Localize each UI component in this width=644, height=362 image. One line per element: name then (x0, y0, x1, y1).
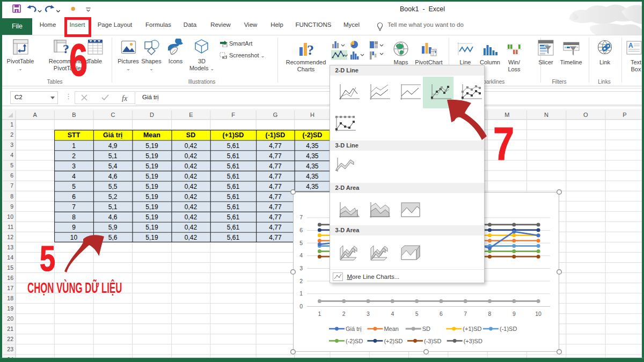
svg-text:5,61: 5,61 (227, 224, 240, 231)
svg-text:7: 7 (299, 214, 303, 220)
svg-text:0,42: 0,42 (185, 183, 197, 190)
svg-text:5: 5 (415, 311, 419, 317)
svg-text:6: 6 (299, 227, 303, 233)
svg-text:4,6: 4,6 (108, 213, 118, 221)
svg-text:0,42: 0,42 (185, 213, 197, 221)
svg-text:23: 23 (7, 346, 13, 352)
svg-text:5,19: 5,19 (146, 173, 159, 180)
svg-text:0,42: 0,42 (185, 203, 197, 211)
svg-text:1: 1 (72, 142, 76, 149)
svg-text:4,77: 4,77 (269, 193, 282, 201)
svg-text:4,77: 4,77 (269, 142, 282, 149)
svg-text:5,61: 5,61 (227, 234, 240, 241)
svg-text:Mean: Mean (143, 131, 160, 139)
svg-text:0,42: 0,42 (185, 142, 197, 149)
svg-text:4,35: 4,35 (306, 152, 319, 159)
svg-text:4,77: 4,77 (269, 224, 282, 231)
svg-text:5,61: 5,61 (227, 203, 240, 211)
svg-text:0,42: 0,42 (185, 224, 197, 231)
svg-text:4,77: 4,77 (269, 183, 282, 190)
svg-text:16: 16 (7, 275, 13, 281)
svg-text:4: 4 (72, 173, 76, 180)
svg-text:5,2: 5,2 (108, 193, 118, 201)
svg-text:(-3)SD: (-3)SD (424, 338, 441, 344)
svg-text:2: 2 (342, 311, 346, 317)
svg-text:STT: STT (68, 131, 80, 139)
svg-text:11: 11 (8, 224, 13, 230)
svg-text:?: ? (307, 42, 314, 57)
svg-text:5,19: 5,19 (146, 193, 159, 201)
svg-text:5,5: 5,5 (108, 183, 118, 190)
svg-text:5,19: 5,19 (146, 142, 159, 149)
svg-text:H: H (310, 112, 314, 118)
svg-text:A: A (628, 42, 633, 49)
svg-text:4,9: 4,9 (108, 142, 118, 149)
svg-text:5,61: 5,61 (227, 193, 240, 201)
svg-text:13: 13 (7, 244, 13, 250)
svg-text:0,42: 0,42 (185, 152, 197, 159)
svg-text:C: C (111, 112, 115, 118)
svg-text:(+1)SD: (+1)SD (463, 326, 481, 332)
svg-text:8: 8 (72, 213, 76, 221)
svg-text:5: 5 (10, 162, 13, 168)
svg-text:17: 17 (7, 285, 13, 291)
svg-text:21: 21 (7, 326, 13, 332)
svg-text:2: 2 (72, 152, 76, 159)
svg-text:5,61: 5,61 (227, 183, 240, 190)
svg-text:8: 8 (488, 311, 492, 317)
svg-text:4: 4 (299, 252, 303, 258)
svg-text:4: 4 (391, 311, 394, 317)
svg-text:4,77: 4,77 (269, 234, 282, 241)
svg-text:A: A (33, 112, 37, 118)
svg-text:5,19: 5,19 (146, 183, 159, 190)
svg-text:7: 7 (10, 182, 13, 189)
svg-text:4,77: 4,77 (269, 203, 282, 211)
svg-text:5,1: 5,1 (108, 203, 118, 211)
svg-text:5,9: 5,9 (108, 224, 118, 231)
svg-text:10: 10 (535, 311, 541, 317)
svg-text:9: 9 (10, 203, 13, 210)
svg-text:4,77: 4,77 (269, 162, 282, 170)
svg-text:18: 18 (7, 295, 13, 301)
svg-text:0,42: 0,42 (185, 173, 197, 180)
svg-text:9: 9 (513, 311, 516, 317)
svg-text:3: 3 (299, 265, 303, 271)
svg-text:4,6: 4,6 (108, 173, 118, 180)
svg-text:3: 3 (10, 142, 13, 148)
svg-text:2: 2 (299, 278, 303, 284)
svg-text:O: O (583, 112, 588, 118)
svg-text:F: F (231, 112, 235, 118)
svg-text:1: 1 (318, 311, 321, 317)
svg-text:SD: SD (186, 131, 195, 139)
svg-text:5,19: 5,19 (146, 203, 159, 211)
svg-text:6: 6 (440, 311, 443, 317)
svg-text:22: 22 (7, 336, 13, 342)
svg-text:10: 10 (7, 213, 13, 220)
svg-text:B: B (72, 112, 76, 118)
svg-text:1: 1 (10, 121, 13, 128)
svg-text:5,61: 5,61 (227, 152, 240, 159)
svg-text:Mean: Mean (384, 326, 399, 332)
svg-text:12: 12 (7, 234, 13, 240)
svg-text:5,19: 5,19 (146, 152, 159, 159)
svg-text:4,77: 4,77 (269, 173, 282, 180)
svg-text:4,77: 4,77 (269, 152, 282, 159)
svg-text:5,61: 5,61 (227, 173, 240, 180)
svg-text:(+3)SD: (+3)SD (464, 338, 482, 344)
svg-text:5,19: 5,19 (146, 224, 159, 231)
svg-text:2: 2 (10, 131, 13, 138)
svg-text:5,19: 5,19 (146, 234, 159, 241)
svg-text:4,35: 4,35 (306, 142, 319, 149)
svg-text:3: 3 (367, 311, 370, 317)
svg-text:(+2)SD: (+2)SD (384, 338, 402, 344)
svg-text:5,1: 5,1 (108, 152, 118, 159)
svg-text:6: 6 (72, 193, 76, 201)
svg-text:7: 7 (464, 311, 467, 317)
svg-text:6: 6 (10, 172, 13, 179)
svg-text:5: 5 (72, 183, 76, 190)
svg-text:Giá trị: Giá trị (346, 326, 361, 332)
svg-text:N: N (544, 112, 548, 118)
svg-text:8: 8 (10, 193, 13, 200)
svg-text:(-1)SD: (-1)SD (266, 131, 286, 139)
svg-text:SD: SD (422, 326, 430, 332)
